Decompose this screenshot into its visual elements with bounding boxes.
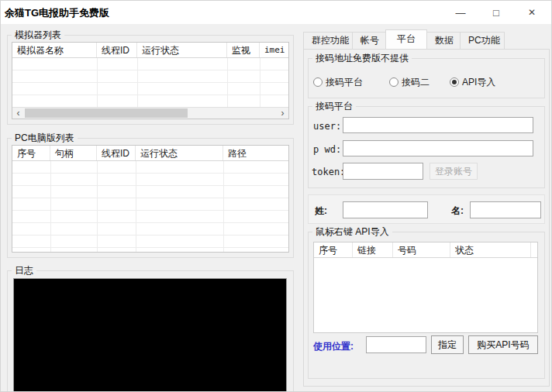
pc-list-group: PC电脑版列表 序号 句柄 线程ID 运行状态 路径 — [7, 138, 294, 258]
tab-data[interactable]: 数据 — [426, 32, 461, 49]
emulator-table-body — [12, 58, 288, 107]
column-header-thread-id[interactable]: 线程ID — [97, 146, 136, 160]
radio-label: 接码平台 — [326, 76, 363, 89]
column-header-emulator-name[interactable]: 模拟器名称 — [12, 43, 97, 57]
pc-table: 序号 句柄 线程ID 运行状态 路径 — [12, 145, 289, 253]
column-header-thread-id[interactable]: 线程ID — [97, 43, 137, 57]
name-row-box: 姓: 名: — [308, 194, 545, 224]
radio-unselected-icon — [313, 77, 323, 87]
column-header-index[interactable]: 序号 — [314, 242, 353, 257]
assign-button[interactable]: 指定 — [431, 335, 464, 354]
api-table: 序号 链接 号码 状态 — [313, 242, 538, 333]
radio-api-import[interactable]: API导入 — [450, 76, 495, 88]
column-header-filler — [531, 242, 537, 257]
token-label: token: — [312, 167, 345, 177]
tab-bar: 群控功能 帐号 平台 数据 PC功能 — [303, 32, 504, 49]
first-name-label: 名: — [451, 205, 464, 218]
code-address-group-title: 接码地址免费版不提供 — [312, 52, 412, 65]
use-position-label: 使用位置: — [313, 340, 354, 353]
token-field[interactable] — [343, 163, 423, 180]
column-header-handle[interactable]: 句柄 — [50, 146, 97, 160]
scrollbar-thumb[interactable] — [25, 108, 188, 118]
first-name-field[interactable] — [470, 201, 541, 218]
log-group: 日志 — [7, 270, 294, 392]
pwd-field[interactable] — [343, 140, 533, 156]
last-name-field[interactable] — [343, 201, 428, 218]
window-title: 余猫TG电报助手免费版 — [5, 6, 109, 20]
api-import-group-title: 鼠标右键 API导入 — [312, 225, 392, 239]
radio-unselected-icon — [389, 77, 398, 87]
column-header-path[interactable]: 路径 — [223, 146, 288, 160]
buy-api-number-button[interactable]: 购买API号码 — [468, 335, 538, 354]
column-header-status[interactable]: 状态 — [450, 242, 531, 257]
user-label: user: — [313, 121, 341, 132]
column-header-index[interactable]: 序号 — [12, 146, 50, 160]
radio-code-platform[interactable]: 接码平台 — [313, 76, 363, 88]
log-title: 日志 — [12, 264, 36, 277]
tab-group-control[interactable]: 群控功能 — [303, 32, 353, 49]
window-controls: — □ ✕ — [443, 1, 550, 24]
radio-label: API导入 — [462, 76, 495, 89]
emulator-table-hscrollbar: ‹ › — [12, 107, 288, 119]
pc-table-body — [12, 161, 288, 252]
pc-table-header: 序号 句柄 线程ID 运行状态 路径 — [12, 146, 288, 161]
column-header-imei[interactable]: imei — [260, 43, 288, 57]
app-window: 余猫TG电报助手免费版 — □ ✕ 模拟器列表 模拟器名称 线程ID 运行状态 … — [0, 0, 552, 392]
column-header-number[interactable]: 号码 — [393, 242, 450, 257]
radio-label: 接码二 — [402, 76, 430, 89]
minimize-icon[interactable]: — — [443, 1, 478, 24]
column-header-run-status[interactable]: 运行状态 — [137, 43, 227, 57]
column-header-monitor[interactable]: 监视 — [227, 43, 260, 57]
last-name-label: 姓: — [315, 205, 327, 218]
use-position-field[interactable] — [366, 336, 426, 353]
column-header-link[interactable]: 链接 — [353, 242, 393, 257]
code-address-group: 接码地址免费版不提供 接码平台 接码二 API导入 — [308, 58, 545, 98]
api-table-header: 序号 链接 号码 状态 — [314, 242, 537, 258]
close-icon[interactable]: ✕ — [514, 1, 550, 24]
user-field[interactable] — [343, 117, 533, 133]
scroll-left-icon[interactable]: ‹ — [12, 108, 24, 119]
tab-account[interactable]: 帐号 — [352, 32, 386, 49]
emulator-list-title: 模拟器列表 — [12, 29, 64, 42]
api-table-body — [314, 258, 537, 332]
title-bar: 余猫TG电报助手免费版 — □ ✕ — [1, 1, 551, 24]
pwd-label: p wd: — [313, 144, 341, 155]
maximize-icon[interactable]: □ — [478, 1, 514, 24]
radio-code-two[interactable]: 接码二 — [389, 76, 430, 88]
tab-pc-function[interactable]: PC功能 — [460, 32, 505, 49]
login-account-button[interactable]: 登录账号 — [430, 163, 478, 180]
column-header-run-status[interactable]: 运行状态 — [136, 146, 223, 160]
code-platform-group-title: 接码平台 — [312, 100, 356, 113]
emulator-list-group: 模拟器列表 模拟器名称 线程ID 运行状态 监视 imei ‹ › — [7, 35, 294, 125]
tab-platform[interactable]: 平台 — [385, 29, 427, 49]
scroll-right-icon[interactable]: › — [277, 108, 288, 119]
radio-selected-icon — [450, 77, 459, 87]
code-platform-group: 接码平台 user: p wd: token: 登录账号 — [308, 106, 545, 188]
api-import-group: 鼠标右键 API导入 序号 链接 号码 状态 使用位置: 指定 购买API号码 — [308, 232, 545, 379]
pc-list-title: PC电脑版列表 — [12, 132, 78, 145]
log-output — [13, 278, 287, 392]
emulator-table-header: 模拟器名称 线程ID 运行状态 监视 imei — [12, 43, 288, 58]
emulator-table: 模拟器名称 线程ID 运行状态 监视 imei ‹ › — [12, 42, 289, 119]
